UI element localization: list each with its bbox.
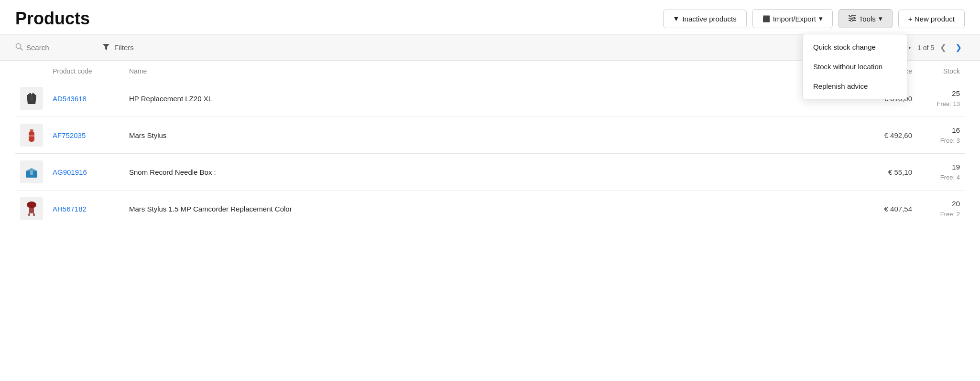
stock-quantity: 16 xyxy=(922,125,960,136)
product-code[interactable]: AG901916 xyxy=(48,154,124,190)
pagination-prev-button[interactable]: ❮ xyxy=(937,42,949,53)
stock-quantity: 19 xyxy=(922,162,960,173)
stock-free: Free: 13 xyxy=(922,99,960,109)
stock-quantity: 25 xyxy=(922,88,960,99)
svg-point-20 xyxy=(27,201,36,208)
product-stock: 16 Free: 3 xyxy=(917,117,965,154)
product-image xyxy=(20,124,43,147)
product-code[interactable]: AF752035 xyxy=(48,117,124,154)
product-image xyxy=(20,87,43,110)
product-image-cell xyxy=(15,80,48,117)
funnel-icon: ▼ xyxy=(673,15,680,22)
page-title: Products xyxy=(15,9,90,29)
svg-point-4 xyxy=(853,17,855,19)
svg-marker-8 xyxy=(103,44,109,50)
import-export-button[interactable]: ⬛ Import/Export ▾ xyxy=(752,9,833,28)
search-input[interactable] xyxy=(26,43,93,52)
product-code[interactable]: AD543618 xyxy=(48,80,124,117)
col-header-code: Product code xyxy=(48,61,124,80)
toolbar-left: Filters xyxy=(15,43,134,52)
svg-rect-14 xyxy=(29,135,34,137)
product-price: € 55,10 xyxy=(840,154,917,190)
import-export-chevron-icon: ▾ xyxy=(819,14,823,23)
col-header-name: Name xyxy=(124,61,840,80)
tools-button[interactable]: Tools ▾ xyxy=(838,9,893,28)
product-price: € 492,60 xyxy=(840,117,917,154)
stock-free: Free: 3 xyxy=(922,136,960,146)
product-name: Snom Record Needle Box : xyxy=(124,154,840,190)
svg-rect-12 xyxy=(30,129,33,131)
stock-free: Free: 4 xyxy=(922,173,960,182)
import-export-icon: ⬛ xyxy=(762,15,770,22)
filter-icon xyxy=(103,44,109,52)
product-price: € 407,54 xyxy=(840,190,917,227)
svg-point-3 xyxy=(849,15,851,17)
product-stock: 25 Free: 13 xyxy=(917,80,965,117)
stock-quantity: 20 xyxy=(922,199,960,210)
col-header-stock: Stock xyxy=(917,61,965,80)
stock-free: Free: 2 xyxy=(922,210,960,219)
col-header-img xyxy=(15,61,48,80)
table-row: AF752035 Mars Stylus € 492,60 16 Free: 3 xyxy=(15,117,965,154)
inactive-products-button[interactable]: ▼ Inactive products xyxy=(663,10,747,28)
tools-chevron-icon: ▾ xyxy=(879,14,882,23)
table-row: AH567182 Mars Stylus 1.5 MP Camcorder Re… xyxy=(15,190,965,227)
filters-label: Filters xyxy=(114,43,134,52)
search-icon xyxy=(15,43,23,52)
product-stock: 20 Free: 2 xyxy=(917,190,965,227)
product-image xyxy=(20,197,43,220)
svg-rect-23 xyxy=(33,213,35,216)
filters-button[interactable]: Filters xyxy=(103,43,134,52)
product-name: Mars Stylus 1.5 MP Camcorder Replacement… xyxy=(124,190,840,227)
stock-without-location-item[interactable]: Stock without location xyxy=(803,57,907,76)
import-export-label: Import/Export xyxy=(773,15,816,23)
pagination-next-button[interactable]: ❯ xyxy=(952,42,965,53)
table-row: AG901916 Snom Record Needle Box : € 55,1… xyxy=(15,154,965,190)
tools-dropdown: Quick stock change Stock without locatio… xyxy=(802,34,907,99)
product-stock: 19 Free: 4 xyxy=(917,154,965,190)
tools-label: Tools xyxy=(859,15,876,23)
svg-line-7 xyxy=(21,48,23,51)
svg-rect-18 xyxy=(30,171,33,175)
product-image-cell xyxy=(15,117,48,154)
product-image xyxy=(20,160,43,183)
product-name: Mars Stylus xyxy=(124,117,840,154)
product-name: HP Replacement LZ20 XL xyxy=(124,80,840,117)
toolbar-right: ns • 1 of 5 ❮ ❯ xyxy=(900,42,965,53)
tools-sliders-icon xyxy=(849,15,856,23)
product-image-cell xyxy=(15,190,48,227)
replenish-advice-item[interactable]: Replenish advice xyxy=(803,76,907,96)
inactive-products-label: Inactive products xyxy=(682,15,736,23)
svg-rect-10 xyxy=(30,95,33,101)
quick-stock-change-item[interactable]: Quick stock change xyxy=(803,37,907,57)
product-image-cell xyxy=(15,154,48,190)
svg-rect-21 xyxy=(29,208,34,213)
svg-rect-22 xyxy=(28,213,30,216)
new-product-label: + New product xyxy=(908,15,955,23)
header-actions: ▼ Inactive products ⬛ Import/Export ▾ To xyxy=(663,9,965,28)
page-header: Products ▼ Inactive products ⬛ Import/Ex… xyxy=(0,0,980,35)
svg-point-5 xyxy=(850,20,852,21)
new-product-button[interactable]: + New product xyxy=(898,10,965,28)
pagination-text: 1 of 5 xyxy=(917,44,934,52)
search-box[interactable] xyxy=(15,43,93,52)
product-code[interactable]: AH567182 xyxy=(48,190,124,227)
